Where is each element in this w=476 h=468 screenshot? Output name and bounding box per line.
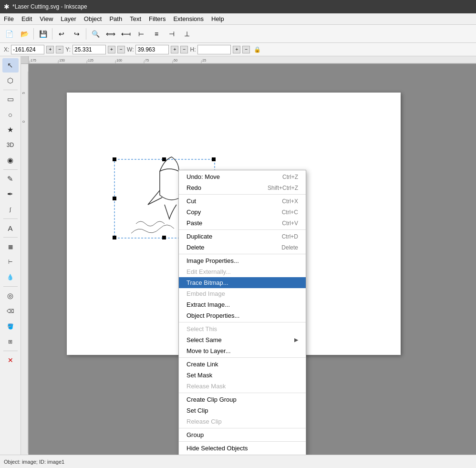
- toolbox: ↖ ⬡ ▭ ○ ★ 3D ◉ ✎ ✒ ∫ A ▦ ⊢ 💧 ◎ ⌫ 🪣 ⊞ ✕: [0, 56, 21, 455]
- tool-dropper[interactable]: 💧: [2, 270, 19, 284]
- cm-item-delete[interactable]: DeleteDelete: [179, 242, 306, 253]
- menubar-item-edit[interactable]: Edit: [18, 14, 36, 23]
- cm-item-undo--move[interactable]: Undo: MoveCtrl+Z: [179, 171, 306, 182]
- svg-text:-175: -175: [30, 59, 36, 62]
- menubar-item-text[interactable]: Text: [126, 14, 145, 23]
- flip-h-button[interactable]: ⟺: [103, 27, 118, 41]
- cm-label: Duplicate: [186, 233, 212, 240]
- y-inc[interactable]: +: [108, 46, 115, 53]
- svg-text:5: 5: [22, 92, 25, 94]
- cm-item-create-link[interactable]: Create Link: [179, 359, 306, 370]
- zoom-in-button[interactable]: 🔍: [88, 27, 103, 41]
- cm-item-redo[interactable]: RedoShift+Ctrl+Z: [179, 182, 306, 193]
- x-dec[interactable]: −: [56, 46, 63, 53]
- menubar-item-help[interactable]: Help: [207, 14, 228, 23]
- tool-rect[interactable]: ▭: [2, 92, 19, 106]
- x-input[interactable]: [11, 45, 44, 54]
- tool-circle[interactable]: ○: [2, 107, 19, 122]
- svg-text:-50: -50: [173, 59, 177, 62]
- cm-item-group[interactable]: Group: [179, 429, 306, 440]
- h-label: H:: [190, 46, 196, 53]
- y-input[interactable]: [72, 45, 106, 54]
- tool-calligraphy[interactable]: ∫: [2, 202, 19, 217]
- new-button[interactable]: 📄: [2, 27, 16, 41]
- menubar-item-extensions[interactable]: Extensions: [169, 14, 207, 23]
- lock-icon: 🔒: [254, 46, 261, 53]
- tool-cross[interactable]: ✕: [2, 353, 19, 367]
- cm-item-unhide-objects-below: Unhide Objects Below: [179, 454, 306, 455]
- align-center-button[interactable]: ≡: [149, 27, 164, 41]
- ruler-top: -175 -150 -125 -100 -75 -50 -25: [29, 56, 476, 64]
- x-inc[interactable]: +: [46, 46, 54, 53]
- menubar-item-view[interactable]: View: [36, 14, 57, 23]
- cm-item-object-properties---[interactable]: Object Properties...: [179, 310, 306, 321]
- cm-label: Object Properties...: [186, 312, 239, 319]
- flip-v-button[interactable]: ⟻: [119, 27, 133, 41]
- tool-node[interactable]: ⬡: [2, 73, 19, 88]
- canvas-area[interactable]: -175 -150 -125 -100 -75 -50 -25: [21, 56, 476, 455]
- tool-select[interactable]: ↖: [2, 58, 19, 73]
- cm-item-copy[interactable]: CopyCtrl+C: [179, 207, 306, 218]
- align-left-button[interactable]: ⊢: [134, 27, 148, 41]
- open-button[interactable]: 📂: [17, 27, 31, 41]
- tool-spiral[interactable]: ◉: [2, 153, 19, 167]
- svg-text:0: 0: [22, 121, 25, 123]
- menubar-item-file[interactable]: File: [0, 14, 18, 23]
- align-bottom-button[interactable]: ⊥: [180, 27, 194, 41]
- tool-gradient[interactable]: ▦: [2, 239, 19, 254]
- cm-separator-6: [179, 229, 306, 230]
- cm-item-trace-bitmap---[interactable]: Trace Bitmap...: [179, 277, 306, 288]
- cm-item-set-clip[interactable]: Set Clip: [179, 405, 306, 416]
- tool-paint[interactable]: 🪣: [2, 319, 19, 333]
- menubar-item-path[interactable]: Path: [105, 14, 126, 23]
- tool-pen[interactable]: ✒: [2, 187, 19, 201]
- cm-item-image-properties---[interactable]: Image Properties...: [179, 255, 306, 266]
- cm-item-paste[interactable]: PasteCtrl+V: [179, 218, 306, 229]
- undo-button[interactable]: ↩: [54, 27, 69, 41]
- tool-eraser[interactable]: ⌫: [2, 304, 19, 318]
- menubar-item-object[interactable]: Object: [80, 14, 106, 23]
- w-input[interactable]: [135, 45, 169, 54]
- cm-label: Release Clip: [186, 418, 222, 425]
- tool-measure[interactable]: ⊢: [2, 255, 19, 269]
- w-inc[interactable]: +: [171, 46, 178, 53]
- tool-star[interactable]: ★: [2, 123, 19, 137]
- cm-item-duplicate[interactable]: DuplicateCtrl+D: [179, 231, 306, 242]
- tool-connector[interactable]: ⊞: [2, 334, 19, 349]
- coordsbar: X: + − Y: + − W: + − H: + − 🔒: [0, 43, 476, 56]
- cm-item-cut[interactable]: CutCtrl+X: [179, 196, 306, 207]
- h-inc[interactable]: +: [233, 46, 240, 53]
- h-dec[interactable]: −: [242, 46, 250, 53]
- cm-item-release-mask: Release Mask: [179, 381, 306, 392]
- cm-submenu-arrow: ▶: [294, 337, 298, 343]
- redo-button[interactable]: ↪: [70, 27, 84, 41]
- cm-item-create-clip-group[interactable]: Create Clip Group: [179, 394, 306, 405]
- x-label: X:: [4, 46, 9, 53]
- context-menu: Undo: MoveCtrl+ZRedoShift+Ctrl+ZCutCtrl+…: [178, 170, 306, 455]
- cm-item-set-mask[interactable]: Set Mask: [179, 370, 306, 381]
- tool-text[interactable]: A: [2, 221, 19, 235]
- menubar-item-filters[interactable]: Filters: [145, 14, 169, 23]
- cm-label: Image Properties...: [186, 257, 239, 264]
- h-input[interactable]: [197, 45, 231, 54]
- toolbar-sep-2: [52, 28, 52, 40]
- toolbar-sep-3: [86, 28, 86, 40]
- cm-item-extract-image---[interactable]: Extract Image...: [179, 299, 306, 310]
- y-dec[interactable]: −: [117, 46, 125, 53]
- w-dec[interactable]: −: [180, 46, 188, 53]
- tool-pencil[interactable]: ✎: [2, 172, 19, 186]
- cm-item-move-to-layer---[interactable]: Move to Layer...: [179, 345, 306, 356]
- align-right-button[interactable]: ⊣: [165, 27, 179, 41]
- tool-3d[interactable]: 3D: [2, 138, 19, 152]
- tool-spray[interactable]: ◎: [2, 289, 19, 303]
- cm-item-select-same[interactable]: Select Same▶: [179, 334, 306, 345]
- cm-item-hide-selected-objects[interactable]: Hide Selected Objects: [179, 443, 306, 454]
- save-button[interactable]: 💾: [36, 27, 50, 41]
- menubar-item-layer[interactable]: Layer: [57, 14, 80, 23]
- titlebar: ✱ *Laser Cutting.svg - Inkscape: [0, 0, 476, 13]
- toolbar: 📄 📂 💾 ↩ ↪ 🔍 ⟺ ⟻ ⊢ ≡ ⊣ ⊥: [0, 25, 476, 43]
- cm-separator-20: [179, 357, 306, 358]
- cm-label: Select This: [186, 325, 217, 333]
- cm-label: Edit Externally...: [186, 268, 231, 275]
- svg-text:-150: -150: [58, 59, 65, 62]
